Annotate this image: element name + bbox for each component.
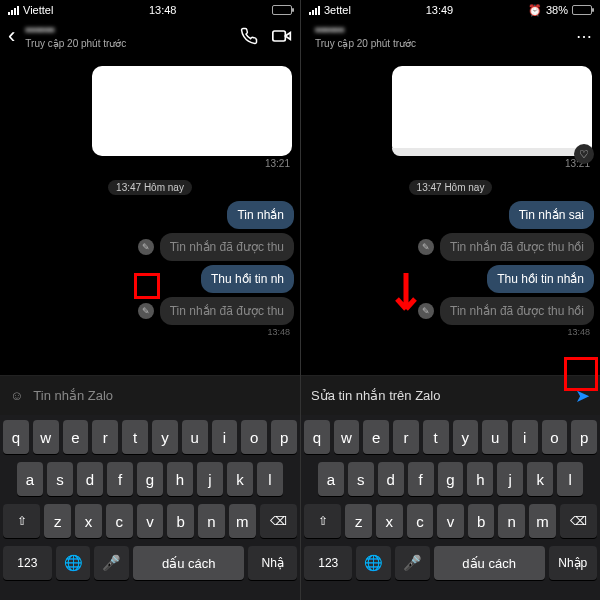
key-i[interactable]: i: [212, 420, 238, 454]
message-input[interactable]: Tin nhắn Zalo: [33, 388, 113, 403]
key-f[interactable]: f: [107, 462, 133, 496]
key-q[interactable]: q: [304, 420, 330, 454]
message-input-bar: Sửa tin nhắn trên Zalo ➤: [301, 375, 600, 415]
key-🎤[interactable]: 🎤: [94, 546, 129, 580]
key-u[interactable]: u: [182, 420, 208, 454]
key-r[interactable]: r: [92, 420, 118, 454]
edit-icon[interactable]: ✎: [138, 239, 154, 255]
svg-rect-0: [273, 31, 286, 41]
key-p[interactable]: p: [571, 420, 597, 454]
image-message[interactable]: [92, 66, 292, 156]
key-s[interactable]: s: [348, 462, 374, 496]
key-n[interactable]: n: [198, 504, 225, 538]
edit-icon[interactable]: ✎: [418, 303, 434, 319]
edit-icon[interactable]: ✎: [138, 303, 154, 319]
key-a[interactable]: a: [318, 462, 344, 496]
status-bar: Viettel 13:48: [0, 0, 300, 18]
key-🎤[interactable]: 🎤: [395, 546, 430, 580]
back-icon[interactable]: ‹: [8, 23, 15, 49]
key-row-4: 123🌐🎤dấu cáchNhậ: [3, 546, 297, 580]
key-z[interactable]: z: [44, 504, 71, 538]
call-icon[interactable]: [240, 27, 258, 45]
edit-icon[interactable]: ✎: [418, 239, 434, 255]
key-⇧[interactable]: ⇧: [304, 504, 341, 538]
key-z[interactable]: z: [345, 504, 372, 538]
recalled-message[interactable]: Tin nhắn đã được thu: [160, 297, 294, 325]
key-f[interactable]: f: [408, 462, 434, 496]
key-h[interactable]: h: [167, 462, 193, 496]
last-seen: Truy cập 20 phút trước: [25, 38, 230, 49]
key-q[interactable]: q: [3, 420, 29, 454]
recalled-message[interactable]: Tin nhắn đã được thu hồi: [440, 233, 594, 261]
key-i[interactable]: i: [512, 420, 538, 454]
key-⌫[interactable]: ⌫: [560, 504, 597, 538]
key-s[interactable]: s: [47, 462, 73, 496]
more-icon[interactable]: ⋯: [576, 27, 592, 46]
contact-name[interactable]: ••••••: [25, 23, 230, 38]
status-bar: 3ettel 13:49 ⏰ 38%: [301, 0, 600, 18]
key-l[interactable]: l: [557, 462, 583, 496]
key-123[interactable]: 123: [304, 546, 352, 580]
key-⌫[interactable]: ⌫: [260, 504, 297, 538]
message-bubble[interactable]: Thu hồi tin nhắn: [487, 265, 594, 293]
key-123[interactable]: 123: [3, 546, 52, 580]
key-u[interactable]: u: [482, 420, 508, 454]
key-d[interactable]: d: [378, 462, 404, 496]
message-bubble[interactable]: Tin nhắn sai: [509, 201, 594, 229]
key-g[interactable]: g: [137, 462, 163, 496]
video-icon[interactable]: [272, 28, 292, 44]
chat-area[interactable]: ♡ 13:21 13:47 Hôm nay Tin nhắn sai ✎Tin …: [301, 58, 600, 375]
key-🌐[interactable]: 🌐: [56, 546, 91, 580]
react-icon[interactable]: ♡: [574, 144, 594, 164]
key-Nhậ[interactable]: Nhậ: [248, 546, 297, 580]
key-Nhập[interactable]: Nhập: [549, 546, 597, 580]
key-a[interactable]: a: [17, 462, 43, 496]
key-e[interactable]: e: [363, 420, 389, 454]
message-bubble[interactable]: Tin nhắn: [227, 201, 294, 229]
key-v[interactable]: v: [137, 504, 164, 538]
key-j[interactable]: j: [497, 462, 523, 496]
key-y[interactable]: y: [453, 420, 479, 454]
key-g[interactable]: g: [438, 462, 464, 496]
recalled-message[interactable]: Tin nhắn đã được thu: [160, 233, 294, 261]
message-input[interactable]: Sửa tin nhắn trên Zalo: [311, 388, 565, 403]
key-r[interactable]: r: [393, 420, 419, 454]
key-c[interactable]: c: [407, 504, 434, 538]
message-bubble[interactable]: Thu hồi tin nh: [201, 265, 294, 293]
key-k[interactable]: k: [227, 462, 253, 496]
key-w[interactable]: w: [33, 420, 59, 454]
chat-area[interactable]: 13:21 13:47 Hôm nay Tin nhắn ✎Tin nhắn đ…: [0, 58, 300, 375]
key-⇧[interactable]: ⇧: [3, 504, 40, 538]
recalled-message[interactable]: Tin nhắn đã được thu hồi: [440, 297, 594, 325]
key-w[interactable]: w: [334, 420, 360, 454]
contact-name[interactable]: ••••••: [315, 23, 566, 38]
key-x[interactable]: x: [376, 504, 403, 538]
key-x[interactable]: x: [75, 504, 102, 538]
sticker-icon[interactable]: ☺: [10, 388, 23, 403]
key-dấu cách[interactable]: dấu cách: [133, 546, 244, 580]
key-o[interactable]: o: [241, 420, 267, 454]
key-y[interactable]: y: [152, 420, 178, 454]
key-b[interactable]: b: [167, 504, 194, 538]
key-dấu cách[interactable]: dấu cách: [434, 546, 545, 580]
key-m[interactable]: m: [529, 504, 556, 538]
key-t[interactable]: t: [122, 420, 148, 454]
key-row-4: 123🌐🎤dấu cáchNhập: [304, 546, 597, 580]
send-button[interactable]: ➤: [575, 385, 590, 407]
image-message[interactable]: ♡: [392, 66, 592, 156]
key-n[interactable]: n: [498, 504, 525, 538]
key-p[interactable]: p: [271, 420, 297, 454]
key-l[interactable]: l: [257, 462, 283, 496]
key-c[interactable]: c: [106, 504, 133, 538]
key-h[interactable]: h: [467, 462, 493, 496]
key-e[interactable]: e: [63, 420, 89, 454]
key-t[interactable]: t: [423, 420, 449, 454]
key-🌐[interactable]: 🌐: [356, 546, 391, 580]
key-v[interactable]: v: [437, 504, 464, 538]
key-k[interactable]: k: [527, 462, 553, 496]
key-j[interactable]: j: [197, 462, 223, 496]
key-b[interactable]: b: [468, 504, 495, 538]
key-m[interactable]: m: [229, 504, 256, 538]
key-d[interactable]: d: [77, 462, 103, 496]
key-o[interactable]: o: [542, 420, 568, 454]
